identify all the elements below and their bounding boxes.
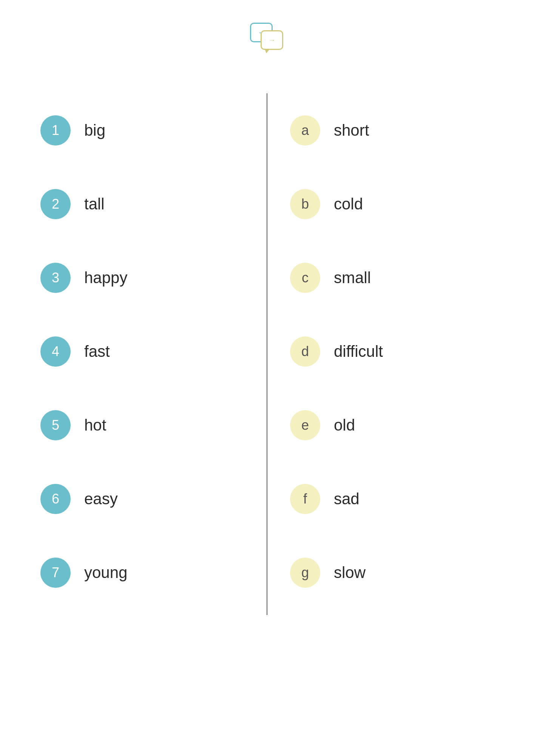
word-label: easy <box>84 490 118 508</box>
word-label: cold <box>334 195 363 213</box>
speech-bubble-front: → <box>261 30 283 50</box>
page-header: ← → <box>250 23 284 63</box>
list-item: 7 young <box>40 536 244 609</box>
number-circle: 4 <box>40 336 71 367</box>
list-item: 6 easy <box>40 462 244 536</box>
word-label: tall <box>84 195 105 213</box>
arrow-right-icon: → <box>269 36 275 44</box>
letter-circle: g <box>290 558 320 588</box>
word-label: big <box>84 121 105 139</box>
list-item: f sad <box>290 462 494 536</box>
list-item: 3 happy <box>40 241 244 314</box>
list-item: 2 tall <box>40 167 244 241</box>
list-item: 1 big <box>40 93 244 167</box>
word-label: slow <box>334 564 366 582</box>
opposites-icon: ← → <box>250 23 284 51</box>
list-item: e old <box>290 388 494 462</box>
word-label: fast <box>84 342 110 361</box>
list-item: g slow <box>290 536 494 609</box>
number-circle: 1 <box>40 115 71 146</box>
word-label: young <box>84 564 127 582</box>
matching-layout: 1 big 2 tall 3 happy 4 fast 5 hot 6 easy… <box>40 93 494 615</box>
list-item: b cold <box>290 167 494 241</box>
letter-circle: f <box>290 484 320 514</box>
letter-circle: d <box>290 336 320 367</box>
word-label: happy <box>84 269 127 287</box>
left-column: 1 big 2 tall 3 happy 4 fast 5 hot 6 easy… <box>40 93 267 615</box>
list-item: 5 hot <box>40 388 244 462</box>
number-circle: 7 <box>40 558 71 588</box>
list-item: c small <box>290 241 494 314</box>
list-item: a short <box>290 93 494 167</box>
list-item: 4 fast <box>40 314 244 388</box>
word-label: hot <box>84 416 106 434</box>
word-label: short <box>334 121 369 139</box>
word-label: old <box>334 416 355 434</box>
number-circle: 3 <box>40 263 71 293</box>
letter-circle: c <box>290 263 320 293</box>
word-label: sad <box>334 490 360 508</box>
letter-circle: e <box>290 410 320 440</box>
letter-circle: b <box>290 189 320 219</box>
list-item: d difficult <box>290 314 494 388</box>
word-label: difficult <box>334 342 383 361</box>
number-circle: 5 <box>40 410 71 440</box>
number-circle: 2 <box>40 189 71 219</box>
right-column: a short b cold c small d difficult e old… <box>267 93 494 615</box>
word-label: small <box>334 269 371 287</box>
letter-circle: a <box>290 115 320 146</box>
number-circle: 6 <box>40 484 71 514</box>
